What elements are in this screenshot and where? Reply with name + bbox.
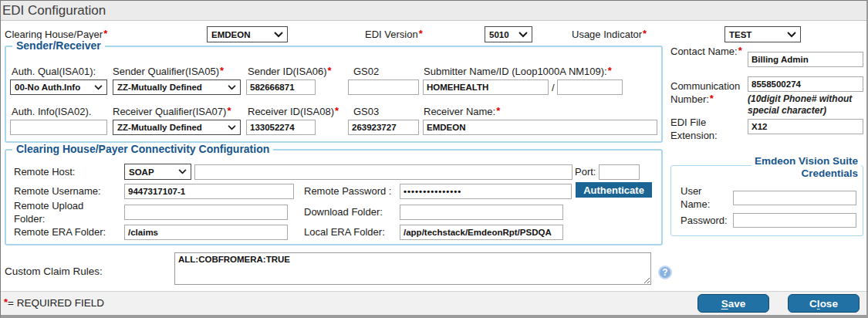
chevron-down-icon [178,169,187,174]
sender-id-label: Sender ID(ISA06)* [248,66,332,77]
communication-number-label: Communication Number:* [670,80,748,107]
submitter-name-input[interactable] [423,80,549,95]
vision-password-input[interactable] [733,213,856,228]
auth-qual-label: Auth. Qual(ISA01): [12,66,96,77]
submitter-separator: / [552,82,555,93]
auth-info-label: Auth. Info(ISA02). [12,106,91,117]
receiver-name-label: Receiver Name:* [424,106,500,117]
clearing-house-select[interactable]: EMDEON [207,26,288,42]
page-title: EDI Configuration [2,3,106,19]
required-asterisk: * [738,45,742,56]
gs02-input[interactable] [348,80,419,95]
footer-bar: *= REQUIRED FIELD Save Close [1,291,866,315]
remote-era-folder-label: Remote ERA Folder: [14,226,106,238]
download-folder-input[interactable] [400,205,563,220]
required-asterisk: * [643,28,647,39]
sender-receiver-legend: Sender/Receiver [12,39,105,52]
vision-user-name-label: User Name: [681,185,725,211]
contact-name-input[interactable] [748,52,863,67]
required-asterisk: * [103,28,107,39]
submitter-id-input[interactable] [557,80,623,95]
auth-qual-select[interactable]: 00-No Auth.Info [10,80,107,95]
remote-username-label: Remote Username: [14,185,101,197]
contact-name-label: Contact Name:* [670,46,745,59]
chevron-down-icon [274,32,283,38]
vision-suite-legend: Emdeon Vision Suite Credentials [751,155,861,180]
required-asterisk: * [608,65,612,76]
required-asterisk: * [496,105,500,117]
communication-number-note: (10digit Phone# without special characte… [748,93,868,117]
usage-indicator-label: Usage Indicator* [572,29,647,40]
edi-file-extension-label: EDI File Extension: [670,117,745,143]
clearing-house-label: Clearing House/Payer* [5,29,107,40]
remote-host-label: Remote Host: [14,166,75,178]
remote-username-input[interactable] [124,184,294,199]
custom-claim-rules-label: Custom Claim Rules: [5,266,103,277]
remote-password-label: Remote Password : [304,185,391,197]
receiver-id-label: Receiver ID(ISA08)* [248,106,339,117]
download-folder-label: Download Folder: [304,206,383,218]
chevron-down-icon [228,85,236,90]
gs02-label: GS02 [353,66,379,77]
receiver-qualifier-label: Receiver Qualifier(ISA07)* [113,106,231,117]
port-label: Port: [575,166,596,178]
remote-host-protocol-select[interactable]: SOAP [124,164,191,180]
chevron-down-icon [94,85,103,90]
gs03-input[interactable] [348,120,419,135]
vision-user-name-input[interactable] [733,191,856,205]
close-button[interactable]: Close [788,294,860,313]
required-asterisk: * [419,28,423,39]
authenticate-button[interactable]: Authenticate [576,182,652,198]
receiver-qualifier-select[interactable]: ZZ-Mutually Defined [113,120,241,135]
local-era-folder-input[interactable] [400,225,563,240]
remote-upload-folder-label: Remote Upload Folder: [14,200,99,226]
title-bar: EDI Configuration [1,1,866,21]
required-asterisk: * [227,105,231,117]
connectivity-legend: Clearing House/Payer Connectivity Config… [12,143,273,155]
remote-upload-folder-input[interactable] [124,205,288,220]
submitter-label: Submitter Name/ID (Loop1000A NM109):* [424,66,612,77]
gs03-label: GS03 [353,106,379,117]
sender-receiver-section: Sender/Receiver Auth. Qual(ISA01): Sende… [5,46,663,143]
sender-qualifier-label: Sender Qualifier(ISA05)* [113,66,224,77]
connectivity-section: Clearing House/Payer Connectivity Config… [5,149,663,245]
vision-password-label: Password: [681,215,728,226]
edi-configuration-window: EDI Configuration Clearing House/Payer* … [0,0,868,318]
save-button[interactable]: Save [697,294,769,313]
sender-qualifier-select[interactable]: ZZ-Mutually Defined [113,80,241,95]
remote-host-input[interactable] [194,164,572,180]
local-era-folder-label: Local ERA Folder: [304,226,385,238]
edi-file-extension-input[interactable] [748,119,863,134]
required-asterisk: * [220,65,224,76]
usage-indicator-select[interactable]: TEST [724,26,801,42]
help-icon[interactable]: ? [658,266,672,279]
chevron-down-icon [787,32,796,38]
remote-password-input[interactable] [400,184,572,199]
edi-version-select[interactable]: 5010 [485,26,532,42]
required-field-note: *= REQUIRED FIELD [3,297,104,309]
chevron-down-icon [228,125,236,130]
auth-info-input[interactable] [10,120,107,135]
required-asterisk: * [328,65,332,76]
edi-version-label: EDI Version* [365,29,423,40]
required-asterisk: * [710,93,714,104]
sender-id-input[interactable] [246,80,316,95]
receiver-id-input[interactable] [246,120,316,135]
vision-suite-section: Emdeon Vision Suite Credentials User Nam… [670,165,863,236]
communication-number-input[interactable] [748,76,863,92]
custom-claim-rules-textarea[interactable]: ALL:COBFROMERA:TRUE [174,252,651,285]
required-asterisk: * [335,105,339,117]
chevron-down-icon [518,32,528,38]
remote-era-folder-input[interactable] [124,225,288,240]
port-input[interactable] [599,164,640,180]
receiver-name-input[interactable] [423,120,657,135]
